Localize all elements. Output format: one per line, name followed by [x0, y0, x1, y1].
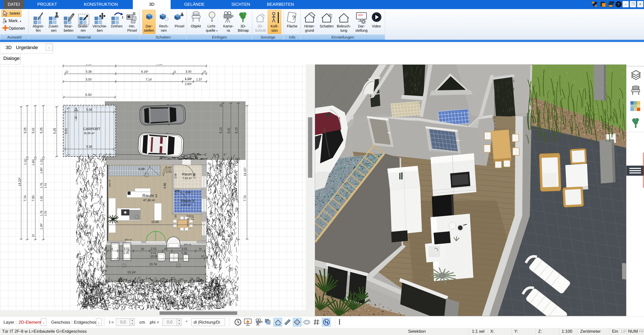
svg-text:2.26: 2.26 — [181, 251, 187, 254]
svg-text:2.14: 2.14 — [227, 215, 230, 220]
svg-text:3.00: 3.00 — [185, 191, 191, 194]
svg-text:5.50: 5.50 — [86, 78, 92, 81]
svg-text:5.01: 5.01 — [32, 127, 35, 133]
svg-text:26,95 m²: 26,95 m² — [84, 132, 95, 135]
svg-text:BRH 35: BRH 35 — [184, 243, 191, 246]
svg-text:15.14⁵: 15.14⁵ — [127, 271, 136, 274]
svg-text:5.38: 5.38 — [86, 70, 92, 73]
svg-text:5.50: 5.50 — [85, 93, 92, 97]
svg-text:2.05: 2.05 — [174, 190, 177, 194]
svg-text:1.11⁵: 1.11⁵ — [40, 159, 43, 165]
svg-text:1.51: 1.51 — [44, 183, 47, 188]
svg-text:4.40⁵: 4.40⁵ — [88, 247, 94, 250]
svg-text:1.51: 1.51 — [44, 211, 47, 216]
svg-text:1.13⁵: 1.13⁵ — [185, 77, 192, 81]
svg-text:7.14: 7.14 — [146, 78, 152, 81]
svg-text:12: 12 — [220, 104, 222, 107]
svg-text:5.38: 5.38 — [86, 145, 92, 148]
svg-text:N: N — [75, 116, 77, 120]
svg-text:3.01: 3.01 — [187, 215, 192, 217]
svg-text:Raum 3: Raum 3 — [181, 199, 194, 203]
svg-text:90⁵: 90⁵ — [219, 232, 222, 237]
svg-text:2.14: 2.14 — [191, 215, 194, 220]
svg-text:5.25: 5.25 — [53, 128, 56, 134]
svg-text:5.25: 5.25 — [23, 127, 27, 133]
svg-text:74: 74 — [110, 247, 113, 250]
svg-text:5.38: 5.38 — [86, 108, 92, 111]
svg-text:37: 37 — [32, 234, 35, 237]
svg-text:1.80⁵: 1.80⁵ — [40, 167, 43, 174]
svg-text:12: 12 — [76, 255, 79, 258]
svg-text:2.56⁵: 2.56⁵ — [235, 172, 238, 179]
svg-text:9.64⁷: 9.64⁷ — [156, 64, 163, 66]
svg-text:BRH 78: BRH 78 — [109, 179, 111, 187]
svg-text:Raum 1: Raum 1 — [142, 193, 158, 198]
svg-text:2.26: 2.26 — [124, 251, 129, 254]
svg-text:6,07 m²: 6,07 m² — [181, 203, 191, 206]
svg-text:65: 65 — [164, 247, 167, 250]
svg-text:2.26: 2.26 — [231, 194, 234, 199]
svg-text:1.76: 1.76 — [40, 183, 43, 188]
svg-text:7.74: 7.74 — [243, 195, 247, 201]
svg-text:1.11⁵: 1.11⁵ — [219, 160, 222, 166]
svg-text:37: 37 — [201, 255, 204, 258]
svg-text:10.00: 10.00 — [150, 255, 158, 258]
svg-text:2.01: 2.01 — [151, 247, 157, 251]
svg-text:37: 37 — [227, 234, 230, 237]
svg-text:1.76: 1.76 — [40, 211, 43, 216]
svg-text:6.16⁵: 6.16⁵ — [141, 70, 148, 73]
svg-text:2.63⁵: 2.63⁵ — [185, 82, 192, 86]
svg-text:CARPORT: CARPORT — [83, 127, 101, 131]
svg-text:1.37: 1.37 — [196, 78, 202, 81]
svg-text:BRH 35: BRH 35 — [125, 239, 132, 241]
svg-text:37: 37 — [203, 70, 206, 73]
svg-text:3.01: 3.01 — [181, 247, 188, 251]
svg-text:?: ? — [617, 2, 620, 7]
svg-text:7,53 m²: 7,53 m² — [182, 177, 192, 180]
svg-text:1.02: 1.02 — [40, 196, 43, 201]
svg-text:5.13: 5.13 — [219, 127, 223, 133]
svg-text:11: 11 — [173, 70, 176, 73]
svg-text:5.25: 5.25 — [40, 127, 43, 133]
svg-text:10.00: 10.00 — [151, 220, 159, 224]
svg-text:1.39⁵: 1.39⁵ — [40, 223, 43, 230]
svg-text:70: 70 — [199, 247, 202, 250]
svg-text:5.01: 5.01 — [227, 127, 231, 133]
svg-text:4.86: 4.86 — [163, 183, 167, 189]
svg-text:14.10⁵: 14.10⁵ — [243, 167, 247, 176]
svg-text:2.01: 2.01 — [151, 251, 156, 254]
svg-text:5.50: 5.50 — [86, 64, 92, 66]
svg-text:1.11⁵: 1.11⁵ — [24, 159, 27, 165]
svg-text:47,46 m²: 47,46 m² — [143, 199, 155, 202]
svg-text:7.74: 7.74 — [23, 195, 27, 201]
svg-text:1.60⁵: 1.60⁵ — [32, 159, 35, 166]
svg-text:12: 12 — [65, 70, 68, 73]
svg-text:5.01: 5.01 — [64, 128, 68, 134]
svg-text:2.01: 2.01 — [166, 170, 172, 173]
svg-text:2.07⁵: 2.07⁵ — [235, 194, 238, 200]
svg-text:Raum 2: Raum 2 — [182, 172, 195, 176]
svg-text:3.01: 3.01 — [187, 222, 189, 227]
svg-text:10.74: 10.74 — [149, 263, 157, 266]
svg-text:3.00: 3.00 — [186, 70, 192, 73]
svg-text:62: 62 — [141, 247, 144, 250]
svg-text:14.10⁸: 14.10⁸ — [18, 177, 21, 186]
svg-text:3.01: 3.01 — [124, 247, 130, 251]
svg-text:1.13: 1.13 — [219, 166, 222, 171]
svg-text:1.88⁵: 1.88⁵ — [166, 166, 172, 169]
svg-text:1.01: 1.01 — [227, 194, 230, 199]
svg-text:5.13: 5.13 — [235, 127, 238, 133]
svg-text:6.89: 6.89 — [139, 167, 145, 171]
svg-text:2.26: 2.26 — [187, 218, 189, 222]
svg-text:1.60⁵: 1.60⁵ — [227, 160, 230, 167]
svg-text:88⁵: 88⁵ — [176, 189, 180, 192]
svg-text:7.00: 7.00 — [32, 195, 35, 201]
svg-text:2.56⁵: 2.56⁵ — [174, 173, 177, 179]
svg-text:1.11⁵: 1.11⁵ — [235, 160, 238, 166]
svg-text:56⁵: 56⁵ — [174, 214, 177, 218]
